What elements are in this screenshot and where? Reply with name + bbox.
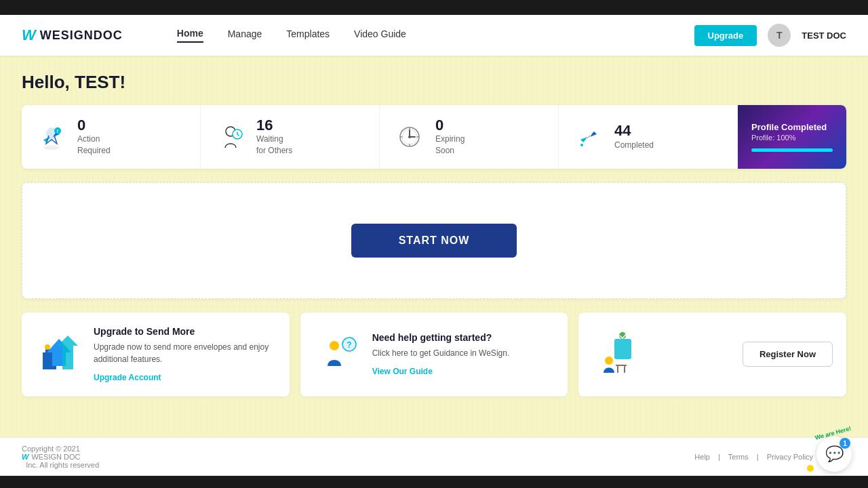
footer-privacy-link[interactable]: Privacy Policy bbox=[767, 453, 813, 461]
register-illustration bbox=[592, 331, 639, 378]
svg-point-13 bbox=[45, 344, 50, 350]
chat-widget: We are Here! 💬 1 bbox=[807, 430, 852, 472]
view-guide-link[interactable]: View Our Guide bbox=[372, 367, 433, 376]
footer-logo-w: W bbox=[22, 453, 28, 461]
help-illustration: ? bbox=[314, 331, 361, 378]
greeting: Hello, TEST! bbox=[22, 72, 846, 93]
top-bar bbox=[0, 0, 868, 15]
logo-w-icon: W bbox=[22, 26, 36, 44]
profile-progress-fill bbox=[751, 148, 833, 152]
nav-templates[interactable]: Templates bbox=[286, 28, 330, 42]
waiting-number: 16 bbox=[256, 117, 292, 134]
upgrade-card: Upgrade to Send More Upgrade now to send… bbox=[22, 312, 290, 396]
action-required-number: 0 bbox=[77, 117, 111, 134]
profile-subtitle: Profile: 100% bbox=[751, 134, 833, 142]
svg-point-0 bbox=[43, 146, 60, 150]
waiting-icon bbox=[214, 121, 247, 153]
stats-row: ! 0 ActionRequired 16 Waitingfor Others bbox=[22, 105, 846, 169]
stat-waiting: 16 Waitingfor Others bbox=[201, 105, 380, 169]
footer-logo-text: WESIGN DOC bbox=[31, 453, 80, 461]
avatar[interactable]: T bbox=[768, 24, 791, 47]
nav-video-guide[interactable]: Video Guide bbox=[354, 28, 406, 42]
user-name: TEST DOC bbox=[802, 30, 846, 41]
help-card-content: Need help getting started? Click here to… bbox=[372, 332, 510, 377]
expiring-label: ExpiringSoon bbox=[435, 134, 465, 157]
svg-text:!: ! bbox=[57, 129, 58, 134]
register-card: Register Now bbox=[578, 312, 846, 396]
upgrade-card-desc: Upgrade now to send more envelopes and e… bbox=[94, 341, 276, 365]
profile-title: Profile Completed bbox=[751, 122, 833, 132]
bottom-row: Upgrade to Send More Upgrade now to send… bbox=[22, 312, 846, 396]
start-now-section: START NOW bbox=[22, 182, 846, 299]
action-required-label: ActionRequired bbox=[77, 134, 111, 157]
svg-rect-17 bbox=[614, 339, 631, 359]
svg-text:?: ? bbox=[347, 340, 352, 350]
footer-help-link[interactable]: Help bbox=[694, 453, 710, 461]
footer: Copyright © 2021 W WESIGN DOC Inc. All r… bbox=[0, 437, 868, 476]
waiting-label: Waitingfor Others bbox=[256, 134, 292, 157]
upgrade-card-content: Upgrade to Send More Upgrade now to send… bbox=[94, 326, 276, 383]
footer-left: Copyright © 2021 W WESIGN DOC Inc. All r… bbox=[22, 445, 99, 469]
start-now-button[interactable]: START NOW bbox=[351, 224, 517, 258]
completed-label: Completed bbox=[614, 140, 654, 151]
expiring-icon bbox=[393, 121, 426, 153]
profile-progress-bar bbox=[751, 148, 833, 152]
svg-rect-22 bbox=[624, 366, 625, 373]
footer-suffix: Inc. All rights reserved bbox=[26, 461, 99, 469]
stat-expiring: 0 ExpiringSoon bbox=[380, 105, 559, 169]
profile-card: Profile Completed Profile: 100% bbox=[738, 105, 846, 169]
stat-completed: 44 Completed bbox=[559, 105, 738, 169]
svg-point-7 bbox=[408, 136, 411, 138]
footer-logo: W WESIGN DOC bbox=[22, 453, 99, 461]
upgrade-illustration bbox=[35, 331, 83, 378]
upgrade-account-link[interactable]: Upgrade Account bbox=[94, 373, 161, 382]
action-required-icon: ! bbox=[35, 121, 68, 153]
svg-point-19 bbox=[605, 357, 613, 365]
upgrade-button[interactable]: Upgrade bbox=[694, 25, 757, 46]
logo-text: WESIGNDOC bbox=[40, 28, 123, 43]
expiring-number: 0 bbox=[435, 117, 465, 134]
help-card-desc: Click here to get Guidance in WeSign. bbox=[372, 347, 510, 359]
stat-info-action: 0 ActionRequired bbox=[77, 117, 111, 157]
stat-action-required: ! 0 ActionRequired bbox=[22, 105, 201, 169]
navbar: W WESIGNDOC Home Manage Templates Video … bbox=[0, 15, 868, 56]
svg-point-14 bbox=[330, 341, 339, 350]
completed-icon bbox=[572, 121, 605, 153]
upgrade-card-title: Upgrade to Send More bbox=[94, 326, 276, 337]
svg-rect-21 bbox=[617, 366, 618, 373]
logo: W WESIGNDOC bbox=[22, 26, 123, 44]
nav-right: Upgrade T TEST DOC bbox=[694, 24, 846, 47]
footer-copyright: Copyright © 2021 bbox=[22, 445, 80, 453]
bottom-bar bbox=[0, 476, 868, 488]
main-content: Hello, TEST! ! 0 ActionRequired bbox=[0, 56, 868, 437]
svg-rect-20 bbox=[616, 365, 627, 366]
stat-info-expiring: 0 ExpiringSoon bbox=[435, 117, 465, 157]
help-card-title: Need help getting started? bbox=[372, 332, 510, 343]
stat-info-completed: 44 Completed bbox=[614, 123, 654, 150]
svg-point-8 bbox=[580, 144, 583, 146]
help-card: ? Need help getting started? Click here … bbox=[300, 312, 568, 396]
nav-home[interactable]: Home bbox=[177, 28, 203, 43]
completed-number: 44 bbox=[614, 123, 654, 139]
footer-terms-link[interactable]: Terms bbox=[728, 453, 749, 461]
nav-links: Home Manage Templates Video Guide bbox=[177, 28, 694, 43]
stat-info-waiting: 16 Waitingfor Others bbox=[256, 117, 292, 157]
nav-manage[interactable]: Manage bbox=[228, 28, 262, 42]
chat-notification-count: 1 bbox=[840, 438, 850, 449]
chat-button[interactable]: 💬 1 bbox=[816, 436, 852, 472]
chat-yellow-dot bbox=[807, 465, 814, 472]
register-now-button[interactable]: Register Now bbox=[743, 342, 833, 367]
